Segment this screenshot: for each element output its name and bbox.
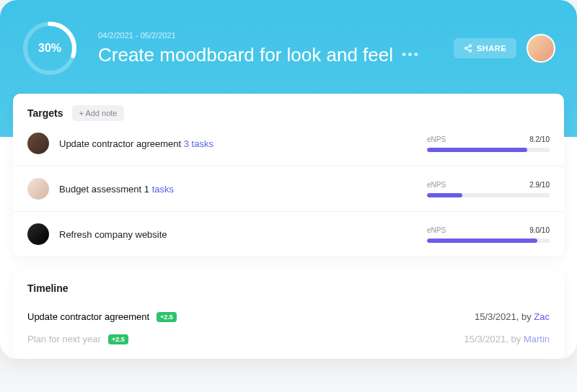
metric: eNPS9.0/10 bbox=[427, 226, 550, 243]
tasks-link[interactable]: 3 tasks bbox=[184, 138, 213, 149]
share-button[interactable]: SHARE bbox=[454, 38, 516, 58]
page-title: Create moodboard for look and feel bbox=[98, 44, 393, 66]
share-label: SHARE bbox=[477, 44, 506, 53]
metric-score: 9.0/10 bbox=[529, 226, 550, 234]
progress-percent: 30% bbox=[38, 42, 61, 55]
timeline-row[interactable]: Update contractor agreement+2.515/3/2021… bbox=[27, 306, 550, 328]
metric-label: eNPS bbox=[427, 135, 446, 143]
metric-label: eNPS bbox=[427, 181, 446, 189]
timeline-author: Martin bbox=[524, 334, 550, 344]
metric-bar bbox=[427, 193, 550, 197]
target-row[interactable]: Budget assessment 1 taskseNPS2.9/10 bbox=[13, 166, 564, 211]
assignee-avatar[interactable] bbox=[27, 178, 49, 200]
target-row[interactable]: Update contractor agreement 3 taskseNPS8… bbox=[13, 128, 564, 166]
timeline-meta: 15/3/2021, by Martin bbox=[464, 334, 550, 344]
svg-point-4 bbox=[469, 50, 471, 52]
svg-line-5 bbox=[467, 49, 469, 50]
metric-score: 2.9/10 bbox=[529, 181, 550, 189]
targets-panel: Targets + Add note Update contractor agr… bbox=[13, 94, 564, 257]
targets-title: Targets bbox=[27, 107, 63, 119]
metric-bar bbox=[427, 239, 550, 243]
more-icon[interactable]: ••• bbox=[402, 48, 420, 63]
change-badge: +2.5 bbox=[157, 312, 177, 322]
timeline-title: Timeline bbox=[27, 282, 550, 294]
timeline-panel: Timeline Update contractor agreement+2.5… bbox=[13, 270, 564, 359]
assignee-avatar[interactable] bbox=[27, 223, 49, 245]
svg-line-6 bbox=[467, 46, 469, 48]
date-range: 04/2/2021 - 05/2/2021 bbox=[98, 31, 454, 40]
timeline-row[interactable]: Plan for next year+2.515/3/2021, by Mart… bbox=[27, 328, 550, 350]
metric-score: 8.2/10 bbox=[529, 135, 550, 143]
metric-bar bbox=[427, 148, 550, 152]
change-badge: +2.5 bbox=[108, 334, 128, 344]
user-avatar[interactable] bbox=[527, 34, 555, 63]
target-name: Update contractor agreement 3 tasks bbox=[59, 138, 213, 149]
timeline-author: Zac bbox=[534, 311, 550, 322]
share-icon bbox=[464, 44, 472, 53]
target-row[interactable]: Refresh company websiteeNPS9.0/10 bbox=[13, 211, 564, 257]
timeline-meta: 15/3/2021, by Zac bbox=[475, 311, 550, 322]
target-name: Refresh company website bbox=[59, 229, 167, 240]
page-card: 30% 04/2/2021 - 05/2/2021 Create moodboa… bbox=[0, 0, 577, 359]
timeline-item-name: Plan for next year bbox=[27, 334, 101, 344]
svg-point-3 bbox=[464, 48, 467, 50]
tasks-link[interactable]: tasks bbox=[152, 184, 174, 195]
header-text: 04/2/2021 - 05/2/2021 Create moodboard f… bbox=[98, 31, 454, 66]
svg-point-2 bbox=[469, 45, 471, 47]
metric: eNPS2.9/10 bbox=[427, 181, 550, 197]
timeline-item-name: Update contractor agreement bbox=[27, 311, 149, 322]
metric: eNPS8.2/10 bbox=[427, 135, 550, 152]
metric-label: eNPS bbox=[427, 226, 446, 234]
target-name: Budget assessment 1 tasks bbox=[59, 184, 174, 195]
progress-ring: 30% bbox=[22, 20, 78, 76]
add-note-button[interactable]: + Add note bbox=[72, 105, 125, 121]
assignee-avatar[interactable] bbox=[27, 133, 49, 154]
